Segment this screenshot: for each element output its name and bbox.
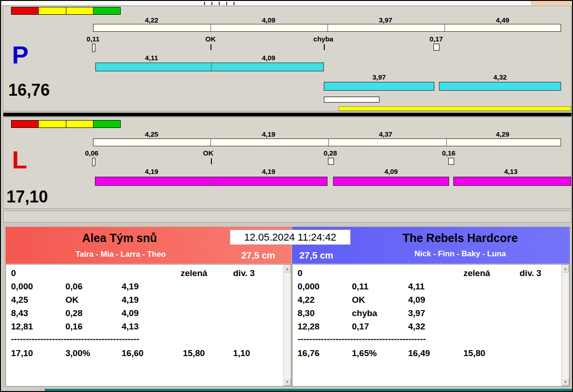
run-label: 4,13 — [451, 167, 570, 175]
title-tick — [204, 2, 205, 5]
measurement-bar-p3 — [439, 82, 561, 91]
scroll-down-icon[interactable]: ▼ — [284, 378, 291, 386]
table-cell: 0,000 — [298, 282, 320, 292]
reference-bar-p — [93, 24, 561, 32]
table-cell: OK — [352, 295, 365, 305]
bar-divider — [210, 24, 211, 31]
lane-total: 17,10 — [6, 189, 48, 205]
segment-label: 4,49 — [444, 16, 561, 24]
segment-label: 4,19 — [210, 130, 327, 138]
lane-label: P — [12, 42, 29, 67]
scale-yellow-cell — [39, 7, 66, 14]
reference-bar-l — [93, 138, 561, 146]
segment-label: 4,29 — [444, 130, 561, 138]
right-table-scrollbar[interactable]: ▲ ▼ — [561, 265, 569, 386]
table-cell: 4,22 — [298, 295, 315, 305]
table-cell: 3,97 — [408, 308, 425, 318]
title-tick — [234, 2, 234, 5]
marker-slot — [92, 44, 95, 52]
table-cell: 16,76 — [298, 348, 320, 358]
segment-label: 4,09 — [210, 16, 327, 24]
table-cell: zelená — [463, 268, 490, 278]
marker-tick — [211, 158, 212, 164]
table-cell: 4,25 — [11, 295, 28, 305]
table-separator: ----------------------------------------… — [298, 334, 426, 344]
bar-divider — [444, 24, 445, 31]
timestamp: 12.05.2024 11:24:42 — [230, 230, 351, 245]
scale-yellow-cell — [39, 121, 66, 127]
table-cell: chyba — [352, 308, 377, 318]
table-cell: 15,80 — [183, 348, 205, 358]
scroll-up-icon[interactable]: ▲ — [562, 265, 569, 272]
run-label: 4,09 — [210, 54, 327, 62]
scroll-down-icon[interactable]: ▼ — [562, 378, 569, 386]
measurement-bar-p1 — [95, 63, 324, 71]
table-cell: 4,13 — [122, 322, 139, 332]
table-cell: 0,11 — [352, 282, 368, 292]
segment-label: 3,97 — [327, 16, 444, 24]
table-cell: 3,00% — [65, 348, 90, 358]
table-cell: zelená — [181, 268, 207, 278]
team-left-table — [6, 264, 292, 386]
segment-label: 4,22 — [93, 16, 210, 24]
table-cell: 0,000 — [11, 282, 33, 292]
scale-red-cell — [12, 121, 39, 127]
table-cell: div. 3 — [233, 268, 255, 278]
check-label: 0,28 — [316, 149, 344, 157]
traffic-scale-l — [11, 120, 121, 128]
bar-divider — [446, 139, 447, 146]
measurement-bar-l2 — [333, 177, 449, 186]
run-label: 4,09 — [333, 167, 449, 175]
bar-divider — [327, 24, 328, 31]
table-cell: 15,80 — [463, 348, 485, 358]
scale-yellow-cell — [66, 121, 94, 127]
team-right-height: 27,5 cm — [299, 250, 333, 261]
scale-green-cell — [94, 121, 120, 127]
table-cell: 0 — [298, 268, 303, 278]
table-cell: div. 3 — [520, 268, 541, 278]
marker-tick — [324, 44, 325, 50]
table-cell: 0,16 — [65, 322, 82, 332]
measurement-bar-l3 — [453, 177, 571, 186]
lane-total: 16,76 — [8, 82, 50, 98]
table-cell: 0,28 — [65, 308, 82, 318]
title-tick — [211, 2, 212, 5]
section-divider — [3, 113, 572, 116]
table-cell: 8,43 — [11, 308, 28, 318]
team-right-members: Nick - Finn - Baky - Luna — [352, 249, 568, 259]
team-left-height: 27,5 cm — [241, 250, 275, 261]
bar-divider — [211, 177, 211, 185]
table-cell: 4,09 — [408, 295, 425, 305]
progress-bar-yellow — [339, 106, 571, 111]
run-label: 3,97 — [324, 73, 434, 81]
table-cell: 16,60 — [122, 348, 144, 358]
scroll-up-icon[interactable]: ▲ — [284, 265, 291, 272]
desktop-corner — [531, 1, 573, 6]
table-cell: 4,19 — [122, 295, 139, 305]
run-label: 4,19 — [93, 167, 210, 175]
marker-box — [433, 44, 439, 51]
progress-bar-white — [324, 97, 380, 103]
table-cell: OK — [65, 295, 79, 305]
table-cell: 0,06 — [65, 282, 82, 292]
table-cell: 8,30 — [298, 308, 315, 318]
marker-box — [448, 158, 454, 165]
check-label: chyba — [303, 35, 344, 43]
table-cell: 0 — [11, 268, 16, 278]
table-cell: 4,32 — [408, 322, 425, 332]
marker-tick — [210, 44, 211, 50]
app-window: 4,22 4,09 3,97 4,49 0,11 OK chyba 0,17 4… — [0, 0, 573, 392]
table-cell: 4,11 — [408, 282, 425, 292]
table-cell: 12,81 — [11, 322, 33, 332]
measurement-bar-p2 — [324, 82, 434, 91]
table-cell: 4,09 — [122, 308, 139, 318]
table-cell: 16,49 — [408, 348, 430, 358]
title-tick — [226, 2, 227, 5]
team-right-name: The Rebels Hardcore — [352, 231, 568, 245]
left-table-scrollbar[interactable]: ▲ ▼ — [283, 265, 291, 386]
marker-slot — [92, 158, 95, 166]
table-cell: 12,28 — [298, 322, 320, 332]
check-label: 0,06 — [78, 149, 105, 157]
team-left-members: Taira - Mia - Larra - Theo — [6, 250, 236, 259]
check-label: OK — [194, 149, 222, 157]
